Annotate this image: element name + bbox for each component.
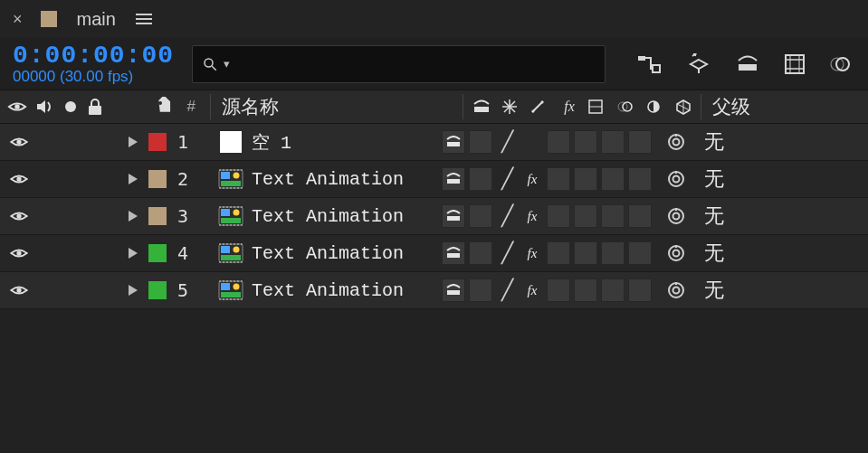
- index-column-header[interactable]: #: [177, 98, 205, 116]
- fx-switch[interactable]: [521, 131, 543, 153]
- parent-pickwhip[interactable]: [666, 206, 686, 226]
- label-color-swatch[interactable]: [148, 170, 167, 188]
- visibility-toggle[interactable]: [7, 136, 31, 148]
- comp-tab-title[interactable]: main: [72, 9, 121, 30]
- layer-name[interactable]: Text Animation: [252, 206, 442, 227]
- shy-switch[interactable]: [442, 278, 465, 302]
- motionblur-switch[interactable]: [574, 130, 597, 154]
- twirl-arrow[interactable]: [123, 211, 143, 222]
- shy-switch-header-icon[interactable]: [472, 99, 492, 114]
- frameblend-switch[interactable]: [547, 241, 570, 265]
- frameblend-switch[interactable]: [547, 204, 570, 228]
- layer-row[interactable]: 5 Text Animation ╱ fx: [0, 272, 868, 309]
- threed-switch-header-icon[interactable]: [675, 99, 695, 115]
- video-column-icon[interactable]: [7, 99, 27, 114]
- parent-dropdown[interactable]: 无: [699, 277, 868, 304]
- fx-switch[interactable]: fx: [521, 279, 543, 301]
- close-panel-button[interactable]: ×: [9, 10, 26, 29]
- panel-menu-button[interactable]: [136, 14, 152, 24]
- parent-dropdown[interactable]: 无: [699, 203, 868, 230]
- comp-flowchart-button[interactable]: [638, 54, 662, 74]
- layer-search-box[interactable]: ▾: [192, 45, 606, 83]
- adjustment-switch-header-icon[interactable]: [646, 99, 666, 114]
- label-color-swatch[interactable]: [148, 207, 167, 225]
- parent-pickwhip[interactable]: [666, 132, 686, 152]
- layer-name[interactable]: Text Animation: [252, 169, 442, 190]
- parent-pickwhip[interactable]: [666, 280, 686, 300]
- twirl-arrow[interactable]: [123, 285, 143, 296]
- frameblend-switch[interactable]: [547, 167, 570, 191]
- motionblur-switch[interactable]: [574, 278, 597, 302]
- adjustment-switch[interactable]: [601, 241, 625, 265]
- parent-pickwhip[interactable]: [666, 243, 686, 263]
- visibility-toggle[interactable]: [7, 284, 31, 297]
- motion-blur-toggle[interactable]: [830, 54, 850, 74]
- frameblend-switch-header-icon[interactable]: [588, 99, 608, 114]
- adjustment-switch[interactable]: [601, 278, 625, 302]
- parent-dropdown[interactable]: 无: [699, 128, 868, 156]
- label-color-swatch[interactable]: [148, 133, 167, 151]
- shy-switch[interactable]: [442, 241, 465, 265]
- layer-search-input[interactable]: [235, 56, 596, 72]
- layer-row[interactable]: 3 Text Animation ╱ fx: [0, 198, 868, 235]
- adjustment-switch[interactable]: [601, 130, 625, 154]
- motionblur-switch[interactable]: [574, 204, 597, 228]
- lock-column-icon[interactable]: [87, 98, 103, 116]
- frame-blend-toggle[interactable]: [785, 54, 805, 74]
- search-dropdown-caret[interactable]: ▾: [224, 57, 230, 71]
- motionblur-switch[interactable]: [574, 167, 597, 191]
- layer-row[interactable]: 2 Text Animation ╱ fx: [0, 161, 868, 198]
- audio-column-icon[interactable]: [36, 99, 54, 115]
- adjustment-switch[interactable]: [601, 204, 625, 228]
- draft-3d-button[interactable]: [687, 53, 711, 75]
- parent-dropdown[interactable]: 无: [699, 165, 868, 193]
- fx-switch-header-icon[interactable]: fx: [559, 99, 579, 115]
- layer-name[interactable]: Text Animation: [252, 243, 442, 264]
- parent-pickwhip[interactable]: [666, 169, 686, 189]
- collapse-switch[interactable]: [469, 167, 492, 191]
- quality-switch[interactable]: ╱: [496, 204, 518, 228]
- collapse-switch[interactable]: [469, 204, 492, 228]
- visibility-toggle[interactable]: [7, 210, 31, 222]
- collapse-switch-header-icon[interactable]: [501, 99, 521, 115]
- layer-row[interactable]: 4 Text Animation ╱ fx: [0, 235, 868, 272]
- collapse-switch[interactable]: [469, 278, 492, 302]
- threed-switch[interactable]: [628, 167, 652, 191]
- frame-rate-info[interactable]: 00000 (30.00 fps): [13, 68, 176, 86]
- fx-switch[interactable]: fx: [521, 205, 543, 227]
- threed-switch[interactable]: [628, 130, 652, 154]
- collapse-switch[interactable]: [469, 130, 492, 154]
- collapse-switch[interactable]: [469, 241, 492, 265]
- label-color-swatch[interactable]: [148, 244, 167, 262]
- twirl-arrow[interactable]: [123, 137, 143, 147]
- threed-switch[interactable]: [628, 241, 652, 265]
- shy-switch[interactable]: [442, 130, 465, 154]
- visibility-toggle[interactable]: [7, 173, 31, 185]
- quality-switch[interactable]: ╱: [496, 278, 518, 302]
- twirl-arrow[interactable]: [123, 248, 143, 259]
- frameblend-switch[interactable]: [547, 130, 570, 154]
- source-name-column-header[interactable]: 源名称: [216, 94, 457, 119]
- quality-switch[interactable]: ╱: [496, 167, 518, 191]
- quality-switch-header-icon[interactable]: [530, 99, 550, 114]
- visibility-toggle[interactable]: [7, 247, 31, 260]
- threed-switch[interactable]: [628, 204, 652, 228]
- shy-switch[interactable]: [442, 204, 465, 228]
- layer-name[interactable]: 空 1: [252, 130, 442, 155]
- frameblend-switch[interactable]: [547, 278, 570, 302]
- label-color-swatch[interactable]: [148, 281, 167, 299]
- quality-switch[interactable]: ╱: [496, 241, 518, 265]
- shy-layers-toggle[interactable]: [736, 55, 759, 73]
- parent-dropdown[interactable]: 无: [699, 240, 868, 267]
- fx-switch[interactable]: fx: [521, 168, 543, 190]
- shy-switch[interactable]: [442, 167, 465, 191]
- threed-switch[interactable]: [628, 278, 652, 302]
- motionblur-switch-header-icon[interactable]: [617, 99, 637, 114]
- twirl-arrow[interactable]: [123, 174, 143, 184]
- adjustment-switch[interactable]: [601, 167, 625, 191]
- current-timecode[interactable]: 0:00:00:00: [13, 42, 176, 70]
- solo-column-icon[interactable]: [63, 99, 78, 114]
- parent-column-header[interactable]: 父级: [707, 94, 868, 119]
- layer-row[interactable]: 1 空 1 ╱ 无: [0, 124, 868, 161]
- label-column-icon[interactable]: [150, 97, 177, 117]
